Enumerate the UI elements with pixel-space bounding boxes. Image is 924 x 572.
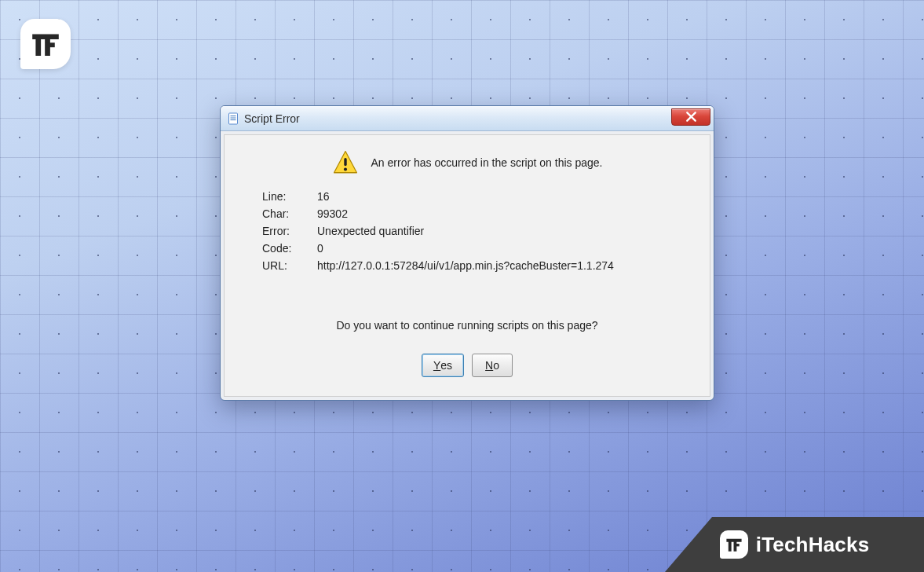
value-line: 16 — [317, 190, 689, 203]
label-code: Code: — [262, 242, 309, 255]
continue-question: Do you want to continue running scripts … — [245, 319, 689, 332]
brand-logo-corner — [20, 19, 71, 69]
dialog-button-row: Yes No — [245, 354, 689, 377]
yes-button[interactable]: Yes — [422, 354, 464, 377]
brand-logo-small — [720, 530, 748, 559]
svg-rect-5 — [344, 158, 346, 166]
error-headline: An error has occurred in the script on t… — [371, 156, 603, 169]
document-icon — [227, 112, 239, 125]
label-error: Error: — [262, 225, 309, 237]
itechhacks-logo-icon — [725, 535, 743, 554]
warning-icon — [332, 149, 359, 176]
value-code: 0 — [317, 242, 689, 255]
label-url: URL: — [262, 259, 309, 272]
svg-rect-1 — [229, 113, 238, 124]
dialog-body: An error has occurred in the script on t… — [224, 134, 710, 397]
no-button[interactable]: No — [472, 354, 513, 377]
label-char: Char: — [262, 207, 309, 220]
close-icon — [686, 112, 696, 122]
svg-rect-4 — [231, 119, 236, 120]
itechhacks-logo-icon — [29, 28, 62, 60]
value-error: Unexpected quantifier — [317, 225, 689, 237]
svg-rect-2 — [231, 116, 236, 116]
dialog-title: Script Error — [244, 112, 671, 125]
svg-rect-3 — [231, 117, 236, 118]
dialog-titlebar[interactable]: Script Error — [221, 106, 714, 131]
svg-rect-7 — [734, 544, 740, 546]
svg-rect-0 — [46, 42, 55, 47]
svg-point-6 — [343, 167, 346, 170]
error-headline-row: An error has occurred in the script on t… — [245, 149, 689, 176]
script-error-dialog: Script Error An error has occurred in th… — [220, 105, 714, 401]
label-line: Line: — [262, 190, 309, 203]
error-details: Line: 16 Char: 99302 Error: Unexpected q… — [262, 190, 689, 272]
brand-name: iTechHacks — [756, 533, 870, 557]
value-url: http://127.0.0.1:57284/ui/v1/app.min.js?… — [317, 259, 689, 272]
value-char: 99302 — [317, 207, 689, 220]
close-button[interactable] — [671, 108, 710, 126]
